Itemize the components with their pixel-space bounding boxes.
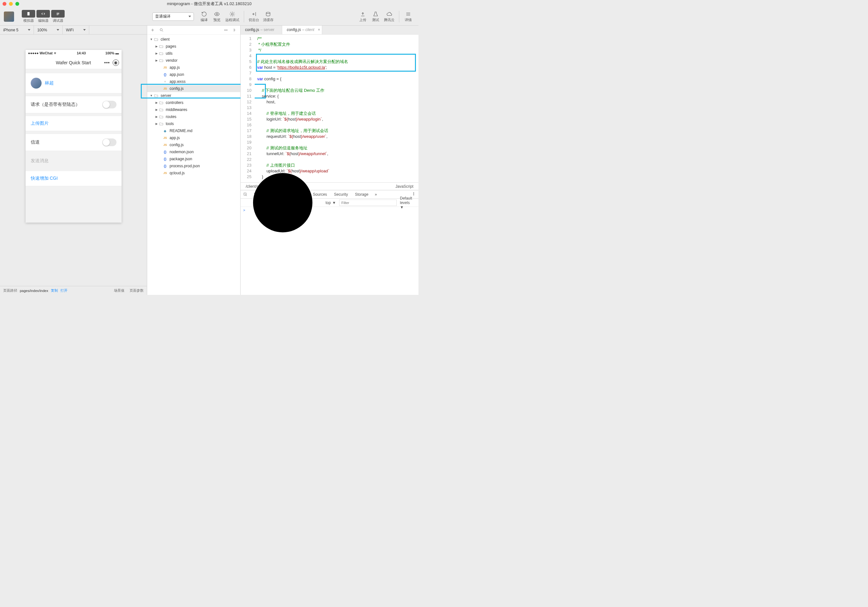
target-icon[interactable]: ◉ [113,59,119,66]
js-icon: JS [163,65,167,70]
file-language: JavaScript [395,184,413,189]
folder-utils[interactable]: ▶utils [147,50,240,57]
more-tabs-icon[interactable]: » [375,192,377,197]
copy-link[interactable]: 复制 [51,288,58,293]
open-link[interactable]: 打开 [60,288,68,293]
page-title: Wafer Quick Start [56,60,91,65]
phone-navbar: Wafer Quick Start ••• ◉ [26,56,122,69]
background-button[interactable]: 切后台 [249,11,259,22]
explorer-toolbar [147,26,240,34]
toggle-switch[interactable] [102,101,116,108]
folder-client[interactable]: ▼client [147,36,240,43]
folder-vendor[interactable]: ▶vendor [147,57,240,64]
time-label: 14:43 [57,51,105,55]
svg-point-2 [231,13,233,15]
filter-input[interactable] [339,200,397,206]
menu-icon[interactable]: ••• [104,60,110,65]
folder-routes[interactable]: ▶routes [147,113,240,120]
folder-controllers[interactable]: ▶controllers [147,99,240,106]
username: 林超 [45,80,54,86]
file-readme[interactable]: ◆README.md [147,127,240,134]
folder-middlewares[interactable]: ▶middlewares [147,106,240,113]
line-numbers: 1234567891011121314151617181920212223242… [240,34,255,182]
file-appjs[interactable]: JSapp.js [147,64,240,71]
json-icon: {} [163,156,167,161]
svg-point-4 [225,30,225,30]
remote-debug-button[interactable]: 远程调试 [225,11,239,22]
collapse-icon[interactable] [232,28,237,32]
folder-pages[interactable]: ▶pages [147,43,240,50]
compile-button[interactable]: 编译 [200,11,209,22]
file-process[interactable]: {}process.prod.json [147,163,240,169]
app-window: miniprogram - 微信开发者工具 v1.02.1803210 模拟器 … [0,0,418,295]
console-output[interactable]: > [240,207,418,295]
search-icon[interactable] [159,28,164,32]
clear-cache-button[interactable]: 清缓存 [263,11,274,22]
upload-button[interactable]: 上传 [358,11,367,22]
json-icon: {} [163,72,167,77]
cloud-button[interactable]: 腾讯云 [384,11,394,22]
close-icon[interactable]: × [318,28,320,32]
compile-mode-select[interactable]: 普通编译 [152,12,194,21]
simulator-toggle[interactable]: 模拟器 [22,10,35,23]
close-window-button[interactable] [3,2,6,6]
more-icon[interactable] [224,28,228,32]
debugger-toggle[interactable]: 调试器 [51,10,65,23]
context-select[interactable]: top ▼ [326,201,336,205]
toggle-switch[interactable] [102,138,116,146]
editor-tabs: config.js – server config.js – client× [240,26,418,34]
file-qcloud[interactable]: JSqcloud.js [147,169,240,177]
minimize-window-button[interactable] [9,2,13,6]
maximize-window-button[interactable] [16,2,19,6]
test-button[interactable]: 测试 [371,11,380,22]
channel-row[interactable]: 信道 [26,134,122,151]
tab-security[interactable]: Security [333,192,349,197]
editor-toggle[interactable]: 编辑器 [36,10,50,23]
details-button[interactable]: 详情 [404,11,413,22]
simulator-bar: iPhone 5 100% WiFi [0,26,147,34]
battery-label: 100% ▬ [105,51,119,55]
code-editor[interactable]: 1234567891011121314151617181920212223242… [240,34,418,182]
upload-row[interactable]: 上传图片 [26,116,122,131]
chevron-down-icon [57,29,59,31]
more-icon[interactable] [411,192,416,196]
folder-icon [153,37,159,42]
cgi-row[interactable]: 快速增加 CGI [26,171,122,186]
js-icon: JS [163,170,167,176]
window-controls [3,2,19,6]
request-row[interactable]: 请求（是否带有登陆态） [26,96,122,113]
tab-config-client[interactable]: config.js – client× [282,26,322,34]
code-content[interactable]: /** * 小程序配置文件 */ // 此处主机域名修改成腾讯云解决方案分配的域… [255,34,418,182]
scene-button[interactable]: 场景值 [114,288,124,293]
simulator-phone: ●●●●● WeChat ᯤ 14:43 100% ▬ Wafer Quick … [26,50,122,223]
file-server-appjs[interactable]: JSapp.js [147,134,240,141]
device-select[interactable]: iPhone 5 [0,26,34,34]
svg-rect-0 [28,12,30,15]
user-row[interactable]: 林超 [26,73,122,93]
svg-point-3 [160,28,162,31]
file-package[interactable]: {}package.json [147,155,240,163]
tab-storage[interactable]: Storage [354,192,369,197]
network-select[interactable]: WiFi [63,26,89,34]
file-nodemon[interactable]: {}nodemon.json [147,149,240,155]
file-server-configjs[interactable]: JSconfig.js [147,141,240,149]
preview-button[interactable]: 预览 [212,11,222,22]
tab-config-server[interactable]: config.js – server [240,26,282,34]
params-button[interactable]: 页面参数 [130,288,144,293]
js-icon: JS [163,142,167,147]
simulator-footer: 页面路径 pages/index/index 复制 打开 场景值 页面参数 [0,286,147,295]
user-avatar[interactable] [4,11,14,22]
zoom-select[interactable]: 100% [34,26,63,34]
folder-tools[interactable]: ▶tools [147,120,240,127]
plus-icon[interactable] [150,28,155,32]
phone-content: 林超 请求（是否带有登陆态） 上传图片 信道 发送消息 快速增加 CGI [26,69,122,223]
send-row: 发送消息 [26,153,122,168]
js-icon: JS [163,135,167,140]
svg-point-10 [413,195,414,195]
divider [399,11,399,22]
md-icon: ◆ [163,128,167,133]
file-appjson[interactable]: {}app.json [147,71,240,78]
json-icon: {} [163,149,167,155]
file-tree: ▼client ▶pages ▶utils ▶vendor JSapp.js {… [147,34,240,295]
chevron-down-icon [188,15,191,17]
